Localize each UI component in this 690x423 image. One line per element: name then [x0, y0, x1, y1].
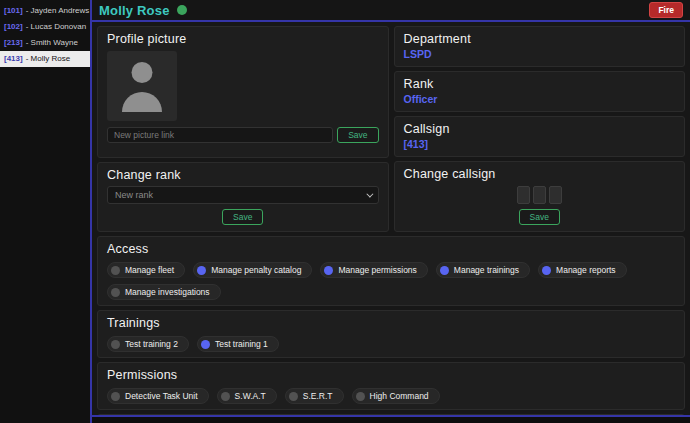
chevron-down-icon: [366, 190, 373, 197]
picture-link-row: Save: [107, 127, 379, 143]
permissions-title: Permissions: [107, 368, 675, 382]
trainings-row: Test training 2 Test training 1: [107, 336, 675, 352]
toggle-high-command[interactable]: High Command: [352, 388, 440, 404]
toggle-label: Manage fleet: [125, 265, 174, 275]
toggle-dot-icon: [440, 266, 449, 275]
callsign-digit-input-1[interactable]: [517, 186, 530, 204]
rank-panel: Rank Officer: [394, 71, 686, 112]
callsign-digit-group: [404, 186, 676, 204]
callsign-digit-input-3[interactable]: [549, 186, 562, 204]
officer-name: - Molly Rose: [26, 54, 70, 64]
access-panel: Access Manage fleet Manage penalty catal…: [97, 236, 685, 306]
toggle-label: Manage penalty catalog: [211, 265, 301, 275]
content-area: Profile picture Save Change rank: [92, 22, 690, 415]
permissions-row: Detective Task Unit S.W.A.T S.E.R.T: [107, 388, 675, 404]
rank-value: Officer: [404, 93, 676, 105]
officer-detail-panel: Molly Rose Fire Profile picture: [92, 0, 690, 417]
permissions-panel: Permissions Detective Task Unit S.W.A.T: [97, 362, 685, 410]
toggle-label: Manage trainings: [454, 265, 519, 275]
toggle-dot-icon: [542, 266, 551, 275]
trainings-panel: Trainings Test training 2 Test training …: [97, 310, 685, 358]
toggle-dot-icon: [289, 392, 298, 401]
officer-name: - Lucas Donovan: [26, 22, 86, 32]
trainings-title: Trainings: [107, 316, 675, 330]
fire-button[interactable]: Fire: [649, 2, 683, 18]
toggle-dot-icon: [111, 288, 120, 297]
profile-picture-panel: Profile picture Save: [97, 26, 389, 158]
save-rank-button[interactable]: Save: [222, 209, 263, 225]
toggle-label: S.E.R.T: [303, 391, 333, 401]
department-title: Department: [404, 32, 676, 46]
department-value: LSPD: [404, 48, 676, 60]
header: Molly Rose Fire: [92, 0, 690, 22]
main-column: Molly Rose Fire Profile picture: [92, 0, 690, 423]
officer-name: - Jayden Andrews: [26, 6, 90, 16]
sidebar-item-officer-413[interactable]: [413] - Molly Rose: [0, 51, 90, 67]
change-callsign-title: Change callsign: [404, 167, 676, 181]
officer-callsign: [213]: [4, 38, 23, 48]
save-callsign-button[interactable]: Save: [519, 209, 560, 225]
officer-name: - Smith Wayne: [26, 38, 78, 48]
officer-callsign: [413]: [4, 54, 23, 64]
toggle-manage-reports[interactable]: Manage reports: [538, 262, 627, 278]
person-icon-body: [122, 92, 162, 112]
officer-callsign: [101]: [4, 6, 23, 16]
change-callsign-panel: Change callsign Save: [394, 161, 686, 232]
toggle-label: Test training 1: [215, 339, 268, 349]
toggle-sert[interactable]: S.E.R.T: [285, 388, 344, 404]
access-title: Access: [107, 242, 675, 256]
access-row-2: Manage investigations: [107, 284, 675, 300]
app-root: [101] - Jayden Andrews [102] - Lucas Don…: [0, 0, 690, 423]
officer-list-sidebar: [101] - Jayden Andrews [102] - Lucas Don…: [0, 0, 92, 423]
toggle-dot-icon: [221, 392, 230, 401]
change-rank-title: Change rank: [107, 168, 379, 182]
person-icon-head: [132, 62, 153, 83]
toggle-label: Detective Task Unit: [125, 391, 198, 401]
callsign-panel: Callsign [413]: [394, 116, 686, 157]
new-rank-select-value: New rank: [115, 190, 153, 200]
toggle-test-training-1[interactable]: Test training 1: [197, 336, 279, 352]
toggle-test-training-2[interactable]: Test training 2: [107, 336, 189, 352]
rank-title: Rank: [404, 77, 676, 91]
callsign-value: [413]: [404, 138, 676, 150]
toggle-dot-icon: [111, 340, 120, 349]
top-grid: Profile picture Save Change rank: [97, 26, 685, 232]
avatar-placeholder-image: [107, 51, 177, 121]
profile-picture-title: Profile picture: [107, 32, 379, 46]
toggle-dot-icon: [197, 266, 206, 275]
sidebar-item-officer-101[interactable]: [101] - Jayden Andrews: [0, 3, 90, 19]
department-panel: Department LSPD: [394, 26, 686, 67]
toggle-label: High Command: [370, 391, 429, 401]
toggle-manage-penalty-catalog[interactable]: Manage penalty catalog: [193, 262, 312, 278]
toggle-detective-task-unit[interactable]: Detective Task Unit: [107, 388, 209, 404]
change-rank-panel: Change rank New rank Save: [97, 162, 389, 232]
left-column: Profile picture Save Change rank: [97, 26, 389, 232]
sidebar-item-officer-102[interactable]: [102] - Lucas Donovan: [0, 19, 90, 35]
toggle-label: Test training 2: [125, 339, 178, 349]
toggle-dot-icon: [201, 340, 210, 349]
toggle-label: Manage reports: [556, 265, 616, 275]
right-column: Department LSPD Rank Officer Callsign [4…: [394, 26, 686, 232]
officer-callsign: [102]: [4, 22, 23, 32]
toggle-dot-icon: [356, 392, 365, 401]
toggle-manage-investigations[interactable]: Manage investigations: [107, 284, 221, 300]
page-title: Molly Rose: [99, 3, 170, 18]
toggle-dot-icon: [324, 266, 333, 275]
toggle-manage-permissions[interactable]: Manage permissions: [320, 262, 427, 278]
sidebar-item-officer-213[interactable]: [213] - Smith Wayne: [0, 35, 90, 51]
save-picture-button[interactable]: Save: [337, 127, 378, 143]
new-rank-select[interactable]: New rank: [107, 186, 379, 204]
picture-link-input[interactable]: [107, 127, 333, 143]
online-status-icon: [177, 5, 187, 15]
callsign-digit-input-2[interactable]: [533, 186, 546, 204]
toggle-manage-trainings[interactable]: Manage trainings: [436, 262, 530, 278]
toggle-dot-icon: [111, 266, 120, 275]
toggle-label: S.W.A.T: [235, 391, 266, 401]
callsign-title: Callsign: [404, 122, 676, 136]
toggle-swat[interactable]: S.W.A.T: [217, 388, 277, 404]
access-row-1: Manage fleet Manage penalty catalog Mana…: [107, 262, 675, 278]
duty-vehicles-panel: Duty vehicles [DBW8109] V-STR: [97, 414, 685, 415]
toggle-label: Manage permissions: [338, 265, 416, 275]
toggle-manage-fleet[interactable]: Manage fleet: [107, 262, 185, 278]
toggle-dot-icon: [111, 392, 120, 401]
